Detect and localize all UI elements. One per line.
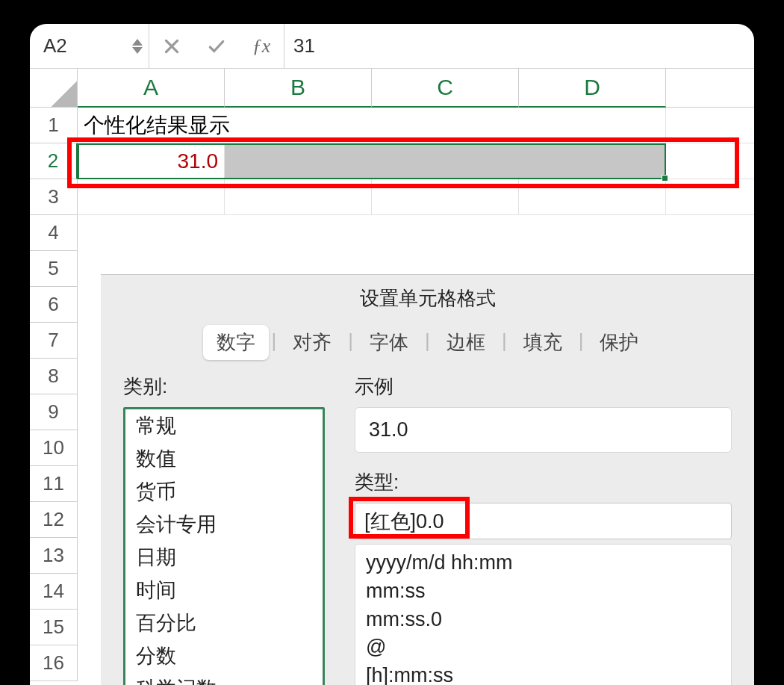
category-label: 类别: [123, 374, 325, 400]
table-row: 1 个性化结果显示 [30, 108, 754, 143]
cell-c3[interactable] [372, 179, 519, 215]
cell-extra[interactable] [666, 179, 754, 215]
row-header-14[interactable]: 14 [30, 574, 78, 610]
category-item[interactable]: 时间 [125, 574, 323, 607]
dialog-tabs: 数字 | 对齐 | 字体 | 边框 | 填充 | 保护 [101, 325, 754, 374]
row-header-3[interactable]: 3 [30, 179, 78, 215]
example-box: 31.0 [355, 407, 732, 453]
row-header-1[interactable]: 1 [30, 108, 78, 143]
close-icon [162, 37, 181, 56]
example-label: 示例 [355, 374, 732, 400]
dialog-body: 类别: 常规 数值 货币 会计专用 日期 时间 百分比 分数 科学记数 文本 特… [101, 374, 754, 685]
cell-a1[interactable]: 个性化结果显示 [78, 108, 666, 143]
dialog-title: 设置单元格格式 [101, 275, 754, 325]
confirm-formula-button[interactable] [194, 24, 239, 68]
format-detail-panel: 示例 31.0 类型: yyyy/m/d hh:mm mm:ss mm:ss.0… [355, 374, 732, 685]
list-item[interactable]: mm:ss [366, 577, 721, 606]
type-label: 类型: [355, 469, 732, 495]
cell-b3[interactable] [225, 179, 372, 215]
column-headers: A B C D [30, 69, 754, 108]
column-header-c[interactable]: C [372, 69, 519, 108]
category-panel: 类别: 常规 数值 货币 会计专用 日期 时间 百分比 分数 科学记数 文本 特… [123, 374, 325, 685]
app-window: A2 ƒx 31 A B C D 1 [30, 24, 754, 685]
category-item[interactable]: 日期 [125, 541, 323, 574]
row-header-13[interactable]: 13 [30, 538, 78, 574]
list-item[interactable]: mm:ss.0 [366, 606, 721, 634]
table-row: 3 [30, 179, 754, 215]
row-header-2[interactable]: 2 [30, 143, 78, 179]
row-header-7[interactable]: 7 [30, 323, 78, 359]
column-header-extra [666, 69, 754, 108]
spreadsheet-grid: A B C D 1 个性化结果显示 2 31.0 -43.0 0.0 个 [30, 69, 754, 685]
cell-d3[interactable] [519, 179, 666, 215]
row-header-9[interactable]: 9 [30, 394, 78, 430]
list-item[interactable]: @ [366, 633, 721, 662]
check-icon [207, 37, 226, 56]
chevron-down-icon [132, 47, 143, 54]
category-item[interactable]: 分数 [125, 639, 323, 672]
category-item[interactable]: 常规 [125, 409, 323, 442]
column-header-a[interactable]: A [78, 69, 225, 108]
list-item[interactable]: [h]:mm:ss [366, 662, 721, 685]
category-item[interactable]: 货币 [125, 475, 323, 508]
category-list[interactable]: 常规 数值 货币 会计专用 日期 时间 百分比 分数 科学记数 文本 特殊 自定… [123, 407, 325, 685]
tab-number[interactable]: 数字 [203, 325, 269, 360]
formula-input[interactable]: 31 [284, 24, 754, 68]
category-item[interactable]: 数值 [125, 442, 323, 475]
format-cells-dialog: 设置单元格格式 数字 | 对齐 | 字体 | 边框 | 填充 | 保护 类别: … [101, 274, 754, 685]
cancel-formula-button[interactable] [149, 24, 194, 68]
row-header-8[interactable]: 8 [30, 359, 78, 394]
row-header-16[interactable]: 16 [30, 645, 78, 681]
row-header-12[interactable]: 12 [30, 502, 78, 538]
select-all-corner[interactable] [30, 69, 78, 108]
fx-icon[interactable]: ƒx [239, 24, 284, 68]
category-item[interactable]: 会计专用 [125, 508, 323, 541]
table-row: 4 [30, 215, 754, 251]
formula-bar: A2 ƒx 31 [30, 24, 754, 69]
column-header-b[interactable]: B [225, 69, 372, 108]
category-item[interactable]: 百分比 [125, 607, 323, 639]
tab-alignment[interactable]: 对齐 [279, 325, 345, 360]
row-header-5[interactable]: 5 [30, 251, 78, 287]
format-code-list[interactable]: yyyy/m/d hh:mm mm:ss mm:ss.0 @ [h]:mm:ss… [355, 544, 732, 685]
name-box-stepper[interactable] [132, 39, 143, 54]
tab-fill[interactable]: 填充 [510, 325, 576, 360]
selection-fill [225, 143, 666, 179]
row-header-15[interactable]: 15 [30, 610, 78, 645]
name-box[interactable]: A2 [30, 24, 149, 68]
row-header-11[interactable]: 11 [30, 466, 78, 502]
list-item[interactable]: yyyy/m/d hh:mm [366, 549, 721, 577]
type-input[interactable] [355, 503, 732, 539]
category-item[interactable]: 科学记数 [125, 672, 323, 685]
cell-a3[interactable] [78, 179, 225, 215]
cell-a2[interactable]: 31.0 [78, 143, 225, 179]
name-box-value: A2 [43, 34, 67, 58]
tab-border[interactable]: 边框 [433, 325, 499, 360]
tab-font[interactable]: 字体 [356, 325, 422, 360]
column-header-d[interactable]: D [519, 69, 666, 108]
row-header-6[interactable]: 6 [30, 287, 78, 323]
tab-protection[interactable]: 保护 [586, 325, 652, 360]
row-header-10[interactable]: 10 [30, 430, 78, 466]
formula-value: 31 [293, 34, 315, 58]
cell-extra[interactable] [666, 108, 754, 143]
example-value: 31.0 [369, 418, 408, 441]
row-header-4[interactable]: 4 [30, 215, 78, 251]
chevron-up-icon [132, 39, 143, 46]
cell-extra[interactable] [666, 143, 754, 179]
